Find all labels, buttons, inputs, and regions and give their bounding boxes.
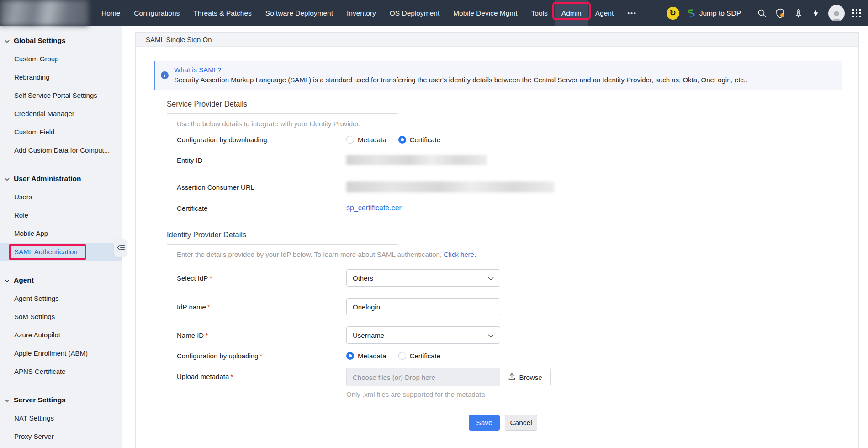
radio-label: Certificate xyxy=(410,136,441,144)
nav-item-agent[interactable]: Agent xyxy=(588,0,621,26)
select-idp-dropdown[interactable]: Others xyxy=(346,269,500,287)
name-id-value: Username xyxy=(353,331,384,339)
sidebar-item-label: Rebranding xyxy=(14,73,50,81)
sidebar-item-mail-server[interactable]: Mail Server xyxy=(0,446,122,448)
nav-item-configurations[interactable]: Configurations xyxy=(127,0,186,26)
radio-label: Certificate xyxy=(410,352,441,360)
browse-button[interactable]: Browse xyxy=(500,368,551,386)
identity-provider-section: Identity Provider Details Enter the deta… xyxy=(154,230,858,398)
app-logo xyxy=(0,0,88,26)
what-is-saml-link[interactable]: What is SAML? xyxy=(174,66,221,74)
nav-item-os-deployment[interactable]: OS Deployment xyxy=(383,0,446,26)
sidebar-item-users[interactable]: Users xyxy=(0,188,122,206)
chevron-down-icon xyxy=(5,37,10,45)
sidebar-section-header-user-administration[interactable]: User Administration xyxy=(0,170,122,188)
sidebar-item-label: SoM Settings xyxy=(14,313,55,320)
info-banner: i What is SAML? Security Assertion Marku… xyxy=(154,61,842,90)
radio-circle[interactable] xyxy=(346,136,354,144)
nav-item-more[interactable]: ••• xyxy=(620,0,644,26)
service-provider-section: Service Provider Details Use the below d… xyxy=(154,100,858,212)
sidebar-item-mobile-app[interactable]: Mobile App xyxy=(0,224,122,243)
sidebar: Global SettingsCustom GroupRebrandingSel… xyxy=(0,26,122,448)
sidebar-item-som-settings[interactable]: SoM Settings xyxy=(0,308,122,326)
nav-item-software-deployment[interactable]: Software Deployment xyxy=(259,0,340,26)
nav-item-label: Mobile Device Mgmt xyxy=(453,9,517,17)
nav-item-mobile-device-mgmt[interactable]: Mobile Device Mgmt xyxy=(446,0,524,26)
sidebar-item-saml-authentication[interactable]: SAML Authentication xyxy=(0,243,122,261)
lightning-icon[interactable] xyxy=(811,8,820,18)
sidebar-item-custom-group[interactable]: Custom Group xyxy=(0,50,122,68)
sidebar-section-header-server-settings[interactable]: Server Settings xyxy=(0,391,122,409)
rocket-icon[interactable] xyxy=(794,8,804,18)
sidebar-section-label: Agent xyxy=(14,276,34,284)
sidebar-item-azure-autopilot[interactable]: Azure Autopilot xyxy=(0,326,122,344)
sidebar-item-apns-certificate[interactable]: APNS Certificate xyxy=(0,363,122,381)
radio-circle[interactable] xyxy=(398,136,406,144)
sidebar-item-label: Credential Manager xyxy=(14,110,74,117)
app-root: HomeConfigurationsThreats & PatchesSoftw… xyxy=(0,0,868,448)
sidebar-section-header-global-settings[interactable]: Global Settings xyxy=(0,32,122,50)
sidebar-item-label: Self Service Portal Settings xyxy=(14,91,97,99)
cancel-button[interactable]: Cancel xyxy=(505,415,537,431)
form-actions: Save Cancel xyxy=(154,415,858,431)
sidebar-item-self-service-portal-settings[interactable]: Self Service Portal Settings xyxy=(0,86,122,105)
nav-item-label: Admin xyxy=(561,9,582,17)
select-idp-label: Select IdP* xyxy=(177,274,346,282)
sidebar-item-role[interactable]: Role xyxy=(0,206,122,224)
radio-upload-metadata[interactable]: Metadata xyxy=(346,352,386,360)
assertion-consumer-url-row: Assertion Consumer URL xyxy=(177,181,858,192)
click-here-link[interactable]: Click here. xyxy=(444,251,476,258)
save-button[interactable]: Save xyxy=(469,415,500,431)
sidebar-item-credential-manager[interactable]: Credential Manager xyxy=(0,105,122,123)
sidebar-item-proxy-server[interactable]: Proxy Server xyxy=(0,427,122,446)
sp-certificate-download-link[interactable]: sp_certificate.cer xyxy=(346,204,402,212)
nav-item-threats-patches[interactable]: Threats & Patches xyxy=(186,0,259,26)
entity-id-value-redacted xyxy=(346,155,487,165)
chevron-down-icon xyxy=(5,396,10,404)
sidebar-section-header-agent[interactable]: Agent xyxy=(0,271,122,289)
config-by-uploading-row: Configuration by uploading* Metadata Cer… xyxy=(177,352,858,360)
radio-download-metadata[interactable]: Metadata xyxy=(346,136,386,144)
apps-grid-icon[interactable] xyxy=(852,9,861,17)
name-id-dropdown[interactable]: Username xyxy=(346,326,500,344)
radio-circle[interactable] xyxy=(346,352,354,360)
sidebar-collapse-toggle[interactable] xyxy=(114,239,127,257)
main-panel: SAML Single Sign On i What is SAML? Secu… xyxy=(135,32,859,448)
name-id-row: Name ID* Username xyxy=(177,326,858,344)
nav-item-label: Tools xyxy=(531,9,548,17)
sidebar-section-user-administration: User AdministrationUsersRoleMobile AppSA… xyxy=(0,170,122,261)
nav-item-label: Threats & Patches xyxy=(193,9,252,17)
chevron-down-icon xyxy=(5,175,10,183)
service-provider-heading: Service Provider Details xyxy=(167,100,398,114)
nav-item-tools[interactable]: Tools xyxy=(524,0,555,26)
radio-upload-certificate[interactable]: Certificate xyxy=(398,352,441,360)
page-title: SAML Single Sign On xyxy=(146,36,212,43)
search-icon[interactable] xyxy=(757,8,767,18)
nav-item-inventory[interactable]: Inventory xyxy=(340,0,383,26)
sidebar-item-apple-enrollment-abm[interactable]: Apple Enrollment (ABM) xyxy=(0,344,122,363)
file-drop-zone[interactable]: Choose files (or) Drop here xyxy=(346,368,500,386)
sidebar-section-label: Global Settings xyxy=(14,37,66,45)
nav-item-home[interactable]: Home xyxy=(95,0,127,26)
config-by-downloading-label: Configuration by downloading xyxy=(177,136,346,144)
security-shield-icon[interactable] xyxy=(775,8,786,19)
sidebar-item-add-custom-data-for-comput[interactable]: Add Custom Data for Comput... xyxy=(0,141,122,160)
identity-provider-heading: Identity Provider Details xyxy=(167,230,398,245)
user-avatar[interactable] xyxy=(828,5,845,21)
nav-item-admin[interactable]: Admin xyxy=(555,0,588,26)
identity-provider-subtitle: Enter the details provided by your IdP b… xyxy=(177,251,858,258)
radio-download-certificate[interactable]: Certificate xyxy=(398,136,441,144)
refresh-icon[interactable]: ↻ xyxy=(667,7,679,20)
sidebar-item-label: Users xyxy=(14,193,32,201)
sidebar-item-agent-settings[interactable]: Agent Settings xyxy=(0,289,122,308)
radio-circle[interactable] xyxy=(398,352,406,360)
certificate-label: Certificate xyxy=(177,204,346,212)
idp-name-row: IdP name* xyxy=(177,298,858,315)
idp-name-input[interactable] xyxy=(346,298,500,315)
sidebar-item-rebranding[interactable]: Rebranding xyxy=(0,68,122,86)
jump-to-sdp-link[interactable]: Jump to SDP xyxy=(687,9,741,17)
sidebar-item-custom-field[interactable]: Custom Field xyxy=(0,123,122,141)
chevron-down-icon xyxy=(488,274,494,282)
sidebar-item-nat-settings[interactable]: NAT Settings xyxy=(0,409,122,427)
sidebar-item-label: Role xyxy=(14,211,28,219)
